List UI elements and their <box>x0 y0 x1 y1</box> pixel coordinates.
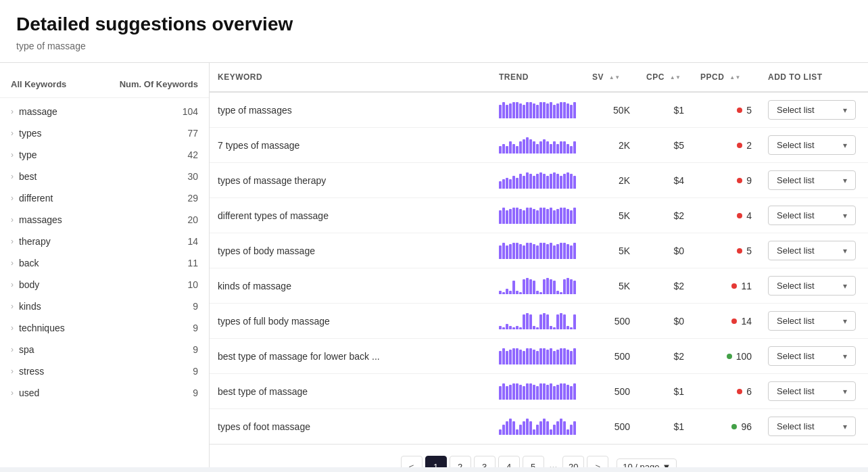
col-add-to-list: ADD TO LIST <box>760 63 868 92</box>
sidebar-item-types[interactable]: › types 77 <box>0 122 209 144</box>
trend-bar <box>502 327 505 329</box>
sidebar-item-count: 9 <box>193 301 198 312</box>
sidebar-item-label: techniques <box>19 323 193 333</box>
trend-bar <box>502 348 505 364</box>
keyword-cell: types of massage therapy <box>210 163 491 198</box>
sidebar-item-massage[interactable]: › massage 104 <box>0 101 209 122</box>
trend-bar <box>546 385 549 400</box>
add-to-list-cell: Select list ▾ <box>760 409 868 444</box>
trend-bar <box>560 313 562 329</box>
pagination-prev[interactable]: < <box>401 456 423 467</box>
sidebar-item-label: massages <box>19 214 187 225</box>
add-to-list-cell: Select list ▾ <box>760 268 868 304</box>
trend-bar <box>539 421 542 434</box>
col-ppcd[interactable]: PPCD ▲▼ <box>692 63 760 92</box>
sidebar-item-body[interactable]: › body 10 <box>0 274 209 296</box>
pagination-page-2[interactable]: 2 <box>450 456 471 467</box>
pagination-next[interactable]: > <box>587 456 608 467</box>
trend-bar <box>533 385 535 400</box>
select-list-button[interactable]: Select list ▾ <box>768 381 856 401</box>
trend-bar <box>523 421 525 434</box>
select-list-button[interactable]: Select list ▾ <box>768 135 856 155</box>
trend-bar <box>516 178 519 189</box>
sidebar-item-back[interactable]: › back 11 <box>0 252 209 274</box>
trend-chart <box>499 419 576 435</box>
sidebar-item-label: back <box>19 258 187 268</box>
sv-cell: 500 <box>584 409 638 444</box>
trend-bar <box>509 141 512 153</box>
table-row: type of massages 50K $1 5 Select list ▾ <box>210 92 868 128</box>
select-list-button[interactable]: Select list ▾ <box>768 206 856 225</box>
select-list-button[interactable]: Select list ▾ <box>768 346 856 366</box>
trend-bar <box>506 351 508 364</box>
trend-bar <box>570 425 573 434</box>
select-list-chevron-icon: ▾ <box>843 387 847 396</box>
trend-bar <box>550 429 552 434</box>
select-list-button[interactable]: Select list ▾ <box>768 170 856 190</box>
trend-bar <box>546 244 549 259</box>
pagination-page-1[interactable]: 1 <box>425 456 447 467</box>
trend-bar <box>536 174 539 188</box>
trend-bar <box>533 103 535 118</box>
sidebar-items-list: › massage 104 › types 77 › type 42 › bes… <box>0 101 209 404</box>
sidebar-item-type[interactable]: › type 42 <box>0 144 209 166</box>
trend-bar <box>563 314 566 329</box>
trend-bar <box>526 137 529 154</box>
sidebar-item-different[interactable]: › different 29 <box>0 187 209 209</box>
trend-bar <box>550 102 552 118</box>
trend-bar <box>536 210 539 223</box>
pagination-last-page[interactable]: 20 <box>562 456 584 467</box>
trend-bar <box>543 348 546 364</box>
trend-bar <box>526 419 529 435</box>
trend-bar <box>499 105 502 118</box>
trend-bar <box>529 279 532 294</box>
trend-bar <box>516 102 519 118</box>
sidebar-item-stress[interactable]: › stress 9 <box>0 360 209 382</box>
sidebar-item-massages[interactable]: › massages 20 <box>0 209 209 231</box>
col-cpc[interactable]: CPC ▲▼ <box>638 63 692 92</box>
chevron-right-icon: › <box>11 172 14 181</box>
sidebar-item-techniques[interactable]: › techniques 9 <box>0 317 209 339</box>
sidebar-item-label: stress <box>19 366 193 377</box>
select-list-button[interactable]: Select list ▾ <box>768 100 856 120</box>
select-list-button[interactable]: Select list ▾ <box>768 241 856 260</box>
pagination-page-3[interactable]: 3 <box>474 456 496 467</box>
table-row: best type of massage for lower back ... … <box>210 339 868 374</box>
trend-bar <box>526 208 529 224</box>
cpc-cell: $2 <box>638 339 692 374</box>
sv-cell: 2K <box>584 163 638 198</box>
sv-cell: 5K <box>584 233 638 268</box>
trend-bar <box>553 245 556 258</box>
pagination-page-5[interactable]: 5 <box>523 456 544 467</box>
sidebar-item-label: body <box>19 279 187 290</box>
sidebar-item-count: 9 <box>193 323 198 333</box>
trend-bar <box>536 105 539 118</box>
select-list-button[interactable]: Select list ▾ <box>768 417 856 436</box>
trend-bar <box>546 421 549 434</box>
trend-bar <box>509 419 512 435</box>
trend-bar <box>519 174 522 188</box>
trend-bar <box>563 383 566 400</box>
pagination-bar: < 1 2 3 4 5 ··· 20 > 10 / page ▼ <box>210 444 868 467</box>
add-to-list-cell: Select list ▾ <box>760 92 868 128</box>
col-sv[interactable]: SV ▲▼ <box>584 63 638 92</box>
keyword-cell: type of massages <box>210 92 491 128</box>
per-page-selector[interactable]: 10 / page ▼ <box>617 458 677 468</box>
sidebar-item-therapy[interactable]: › therapy 14 <box>0 231 209 252</box>
sidebar-item-spa[interactable]: › spa 9 <box>0 339 209 360</box>
trend-bar <box>502 383 505 400</box>
trend-bar <box>516 291 519 294</box>
trend-bar <box>563 208 566 224</box>
trend-bar <box>523 210 525 223</box>
page-title: Detailed suggestions overview <box>16 14 852 35</box>
pagination-page-4[interactable]: 4 <box>498 456 520 467</box>
select-list-button[interactable]: Select list ▾ <box>768 311 856 331</box>
sidebar-item-used[interactable]: › used 9 <box>0 382 209 404</box>
trend-bar <box>560 243 562 259</box>
select-list-button[interactable]: Select list ▾ <box>768 276 856 296</box>
ppcd-cell: 4 <box>692 198 760 233</box>
sidebar-item-best[interactable]: › best 30 <box>0 166 209 187</box>
sidebar-item-kinds[interactable]: › kinds 9 <box>0 296 209 317</box>
trend-bar <box>519 350 522 364</box>
trend-bar <box>502 144 505 154</box>
